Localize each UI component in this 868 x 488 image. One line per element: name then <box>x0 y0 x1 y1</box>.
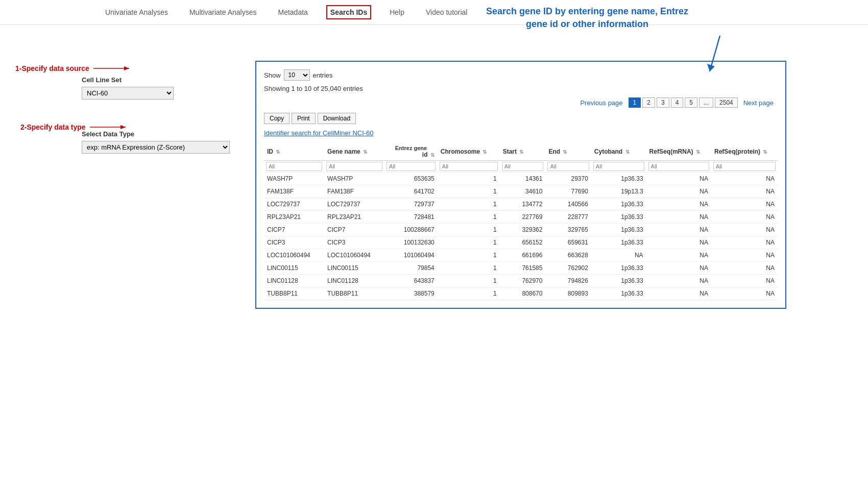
table-cell: 643837 <box>384 275 438 287</box>
page-4-button[interactable]: 4 <box>671 97 684 108</box>
table-cell: 1p36.33 <box>591 173 646 185</box>
nav-metadata[interactable]: Metadata <box>275 6 310 18</box>
table-cell: 1 <box>438 249 500 262</box>
table-cell: NA <box>646 249 711 262</box>
table-cell: 140566 <box>545 198 591 211</box>
table-cell: 1 <box>438 287 500 300</box>
filter-end[interactable] <box>547 162 589 171</box>
table-cell: 729737 <box>384 198 438 211</box>
table-cell: CICP7 <box>264 224 324 236</box>
annotation-specify-source: 1-Specify data source <box>15 63 134 74</box>
table-cell: LINC00115 <box>264 262 324 275</box>
table-cell: NA <box>646 287 711 300</box>
table-row: CICP3CICP310013263016561526596311p36.33N… <box>264 236 778 249</box>
filter-refseq-protein[interactable] <box>713 162 776 171</box>
table-row: LOC729737LOC72973772973711347721405661p3… <box>264 198 778 211</box>
table-cell: 728481 <box>384 211 438 224</box>
table-cell: 1p36.33 <box>591 275 646 287</box>
table-cell: NA <box>711 185 778 198</box>
table-cell: LOC101060494 <box>324 249 384 262</box>
table-cell: NA <box>646 198 711 211</box>
table-cell: NA <box>646 211 711 224</box>
filter-chromosome[interactable] <box>440 162 498 171</box>
table-cell: NA <box>711 287 778 300</box>
next-page-button[interactable]: Next page <box>739 98 778 108</box>
col-header-chromosome: Chromosome ⇅ <box>438 143 500 161</box>
table-cell: LOC101060494 <box>264 249 324 262</box>
table-cell: TUBB8P11 <box>264 287 324 300</box>
data-type-select[interactable]: exp: mRNA Expression (Z-Score) <box>82 141 230 154</box>
table-cell: 663628 <box>545 249 591 262</box>
col-header-start: Start ⇅ <box>500 143 546 161</box>
table-cell: 19p13.3 <box>591 185 646 198</box>
page-5-button[interactable]: 5 <box>685 97 697 108</box>
table-cell: RPL23AP21 <box>324 211 384 224</box>
table-row: LINC00115LINC001157985417615857629021p36… <box>264 262 778 275</box>
table-row: RPL23AP21RPL23AP2172848112277692287771p3… <box>264 211 778 224</box>
table-cell: 641702 <box>384 185 438 198</box>
filter-refseq-mrna[interactable] <box>648 162 709 171</box>
col-header-refseq-mrna: RefSeq(mRNA) ⇅ <box>646 143 711 161</box>
identifier-link[interactable]: Identifier search for CellMiner NCI-60 <box>264 129 778 137</box>
table-cell: 134772 <box>500 198 546 211</box>
table-cell: 656152 <box>500 236 546 249</box>
filter-id[interactable] <box>266 162 322 171</box>
gene-data-table: ID ⇅ Gene name ⇅ Entrez gene id ⇅ Chromo… <box>264 143 778 300</box>
table-cell: 1 <box>438 224 500 236</box>
table-cell: LINC00115 <box>324 262 384 275</box>
page-3-button[interactable]: 3 <box>657 97 669 108</box>
annotation2-arrow-icon <box>90 122 131 132</box>
table-cell: NA <box>646 185 711 198</box>
table-cell: 388579 <box>384 287 438 300</box>
table-cell: CICP7 <box>324 224 384 236</box>
table-cell: LINC01128 <box>264 275 324 287</box>
table-cell: 1p36.33 <box>591 236 646 249</box>
filter-start[interactable] <box>502 162 544 171</box>
show-label: Show <box>264 71 281 79</box>
table-cell: NA <box>711 211 778 224</box>
filter-cytoband[interactable] <box>593 162 644 171</box>
table-cell: NA <box>646 173 711 185</box>
table-cell: 100132630 <box>384 236 438 249</box>
table-cell: 79854 <box>384 262 438 275</box>
page-2-button[interactable]: 2 <box>642 97 655 108</box>
entries-per-page-select[interactable]: 10 25 50 100 <box>284 69 310 81</box>
table-cell: NA <box>646 236 711 249</box>
cell-line-set-select[interactable]: NCI-60 <box>82 87 174 100</box>
table-cell: 762902 <box>545 262 591 275</box>
table-cell: 34610 <box>500 185 546 198</box>
col-header-end: End ⇅ <box>545 143 591 161</box>
table-cell: 1p36.33 <box>591 198 646 211</box>
prev-page-button[interactable]: Previous page <box>576 98 626 108</box>
annotation1-arrow-icon <box>93 63 134 74</box>
table-cell: 14361 <box>500 173 546 185</box>
page-1-button[interactable]: 1 <box>629 97 641 108</box>
table-cell: TUBB8P11 <box>324 287 384 300</box>
table-cell: RPL23AP21 <box>264 211 324 224</box>
table-cell: 1 <box>438 275 500 287</box>
table-cell: NA <box>711 275 778 287</box>
table-cell: FAM138F <box>324 185 384 198</box>
download-button[interactable]: Download <box>318 113 356 124</box>
action-buttons: Copy Print Download <box>264 113 778 124</box>
nav-multivariate-analyses[interactable]: Multivariate Analyses <box>186 6 260 18</box>
copy-button[interactable]: Copy <box>264 113 290 124</box>
table-cell: 1 <box>438 211 500 224</box>
table-cell: 77690 <box>545 185 591 198</box>
table-cell: 1 <box>438 198 500 211</box>
nav-univariate-analyses[interactable]: Univariate Analyses <box>102 6 171 18</box>
filter-entrez-id[interactable] <box>387 162 436 171</box>
page-2504-button[interactable]: 2504 <box>715 97 738 108</box>
table-cell: 228777 <box>545 211 591 224</box>
table-cell: NA <box>711 198 778 211</box>
filter-gene-name[interactable] <box>326 162 382 171</box>
col-header-entrez: Entrez gene id ⇅ <box>384 143 438 161</box>
table-cell: NA <box>646 262 711 275</box>
print-button[interactable]: Print <box>292 113 316 124</box>
table-cell: 1 <box>438 262 500 275</box>
table-cell: LINC01128 <box>324 275 384 287</box>
table-cell: NA <box>646 224 711 236</box>
table-cell: NA <box>646 275 711 287</box>
tooltip-text: Search gene ID by entering gene name, En… <box>357 5 817 31</box>
table-cell: 329362 <box>500 224 546 236</box>
